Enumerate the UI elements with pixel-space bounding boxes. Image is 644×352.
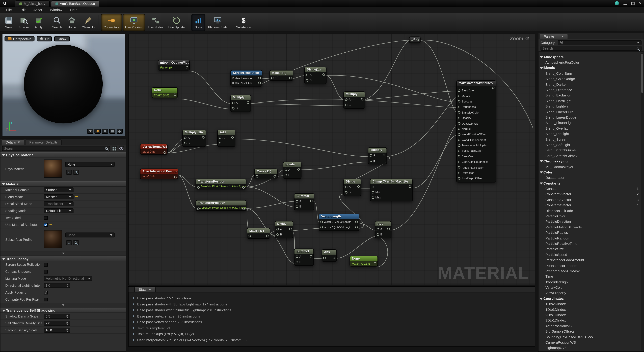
- input-pin[interactable]: [345, 104, 348, 106]
- perspective-button[interactable]: Perspective: [4, 36, 35, 41]
- shadow-density-scale-field[interactable]: 0.5: [44, 314, 70, 319]
- node-divide-1[interactable]: Divide(1,) AB: [304, 67, 326, 84]
- palette-list-item[interactable]: VertexColor: [538, 285, 640, 290]
- expand-advanced-button[interactable]: [0, 303, 126, 308]
- node-transformposition-2[interactable]: TransformPosition Absolute World Space t…: [196, 200, 246, 211]
- palette-scrollbar[interactable]: [641, 53, 643, 350]
- palette-list-item[interactable]: Constant2Vector 2: [538, 191, 640, 197]
- input-pin[interactable]: [370, 154, 372, 157]
- node-absolute-world-position[interactable]: Absolute World Position Input Data: [140, 169, 178, 179]
- toolbar-stats-button[interactable]: Stats: [191, 14, 205, 31]
- node-mask-r[interactable]: Mask ( R ): [270, 70, 293, 81]
- maximize-button[interactable]: [631, 2, 634, 5]
- input-pin[interactable]: [458, 144, 460, 147]
- palette-list-item[interactable]: Atmosphere: [538, 54, 640, 60]
- input-pin[interactable]: [458, 128, 460, 130]
- node-divide-4[interactable]: Divide AB: [275, 221, 293, 238]
- spinner-arrows-icon[interactable]: [66, 314, 68, 318]
- toolbar-substance-button[interactable]: $ Substance: [234, 14, 253, 31]
- section-material[interactable]: Material: [0, 181, 126, 186]
- node-divide-3[interactable]: Divide AB: [343, 179, 362, 196]
- second-density-scale-field[interactable]: 10.0: [44, 328, 70, 333]
- output-pin[interactable]: [258, 77, 261, 79]
- category-combo[interactable]: All: [558, 40, 642, 45]
- input-pin[interactable]: [219, 136, 221, 139]
- output-pin[interactable]: [409, 185, 411, 188]
- palette-list-item[interactable]: Blend_ColorBurn: [538, 71, 640, 76]
- browse-asset-icon[interactable]: [73, 170, 79, 175]
- palette-list-item[interactable]: Constants: [538, 180, 640, 186]
- input-pin[interactable]: [276, 233, 279, 236]
- output-pin[interactable]: [174, 93, 176, 96]
- input-pin[interactable]: [458, 117, 460, 119]
- input-pin[interactable]: [372, 185, 374, 188]
- reset-to-default-icon[interactable]: [75, 195, 78, 199]
- input-pin[interactable]: [232, 107, 234, 109]
- input-pin[interactable]: [458, 106, 460, 108]
- palette-list-item[interactable]: Blend_Difference: [538, 87, 640, 93]
- input-pin[interactable]: [458, 161, 460, 163]
- input-pin[interactable]: [345, 185, 348, 188]
- palette-list-item[interactable]: ParticleSize: [538, 246, 640, 252]
- output-pin[interactable]: [247, 101, 250, 104]
- view-options-eye-icon[interactable]: [119, 146, 124, 151]
- two-sided-checkbox[interactable]: [44, 216, 48, 219]
- input-pin[interactable]: [256, 175, 258, 178]
- palette-list-item[interactable]: 3Dto1DIndex: [538, 318, 640, 323]
- use-selected-asset-button[interactable]: ←: [66, 170, 72, 175]
- spinner-arrows-icon[interactable]: [66, 283, 68, 287]
- toolbar-live-preview-button[interactable]: Live Preview: [122, 14, 145, 31]
- input-pin[interactable]: [345, 191, 348, 193]
- palette-list-item[interactable]: PrecomputedAOMask: [538, 268, 640, 274]
- input-pin[interactable]: [197, 207, 200, 210]
- input-pin[interactable]: [296, 255, 298, 258]
- output-pin[interactable]: [202, 136, 204, 139]
- output-pin[interactable]: [242, 207, 245, 210]
- palette-list-item[interactable]: Blend_Darken: [538, 82, 640, 87]
- palette-list-item[interactable]: Constant3Vector 3: [538, 197, 640, 202]
- input-pin[interactable]: [411, 38, 413, 41]
- palette-list-item[interactable]: Blend_HardLight: [538, 98, 640, 104]
- section-translucency-self-shadowing[interactable]: Translucency Self Shadowing: [0, 308, 126, 313]
- node-add-2[interactable]: Add AB: [375, 221, 392, 238]
- input-pin[interactable]: [248, 235, 251, 237]
- output-pin[interactable]: [333, 257, 335, 259]
- node-abs[interactable]: Abs: [322, 249, 337, 262]
- node-vectorlength[interactable]: VectorLength Vector 2 (V2) V2 LengthVect…: [319, 214, 359, 231]
- palette-list-item[interactable]: LightmapUVs: [538, 345, 640, 351]
- output-pin[interactable]: [383, 154, 385, 156]
- node-transformposition-1[interactable]: TransformPosition Absolute World Space t…: [196, 179, 246, 189]
- self-shadow-density-scale-field[interactable]: 2.0: [44, 321, 70, 326]
- input-pin[interactable]: [197, 186, 200, 189]
- lighting-mode-combo[interactable]: Volumetric NonDirectional: [44, 276, 92, 281]
- palette-list-item[interactable]: ParticleRelativeTime: [538, 241, 640, 246]
- palette-list-item[interactable]: Blend_ColorDodge: [538, 76, 640, 82]
- contact-shadows-checkbox[interactable]: [44, 270, 48, 273]
- material-graph-canvas[interactable]: Zoom -2 MATERIAL 0 mtoon_OutlineWidth Pa…: [128, 34, 535, 285]
- minimize-button[interactable]: [624, 4, 627, 5]
- close-button[interactable]: ×: [639, 1, 642, 5]
- input-pin[interactable]: [458, 139, 460, 141]
- input-pin[interactable]: [284, 168, 287, 171]
- output-pin[interactable]: [242, 186, 245, 189]
- palette-list-item[interactable]: Blend_Lighten: [538, 104, 640, 109]
- input-pin[interactable]: [323, 257, 326, 259]
- output-pin[interactable]: [355, 220, 358, 223]
- palette-list-item[interactable]: MF_Chromakeyer: [538, 164, 640, 170]
- input-pin[interactable]: [458, 111, 460, 114]
- decal-blend-mode-combo[interactable]: Translucent: [44, 201, 74, 206]
- toolbar-save-button[interactable]: Save: [2, 14, 16, 31]
- node-multiply-a[interactable]: Multiply AB: [230, 95, 251, 112]
- node-param-none-200[interactable]: None Param (200): [152, 87, 178, 98]
- output-pin[interactable]: [355, 226, 358, 228]
- help-icon[interactable]: [615, 1, 619, 5]
- node-mask-b-2[interactable]: Mask ( B ): [247, 228, 270, 239]
- node-mask-b-1[interactable]: Mask ( B ): [254, 169, 278, 179]
- input-pin[interactable]: [345, 98, 348, 101]
- details-search-input[interactable]: [2, 146, 110, 151]
- material-domain-combo[interactable]: Surface: [44, 187, 74, 192]
- input-pin[interactable]: [306, 79, 308, 81]
- output-pin[interactable]: [310, 200, 312, 202]
- palette-list-item[interactable]: Blend_LinearDodge: [538, 115, 640, 120]
- palette-list-item[interactable]: Coordinates: [538, 296, 640, 301]
